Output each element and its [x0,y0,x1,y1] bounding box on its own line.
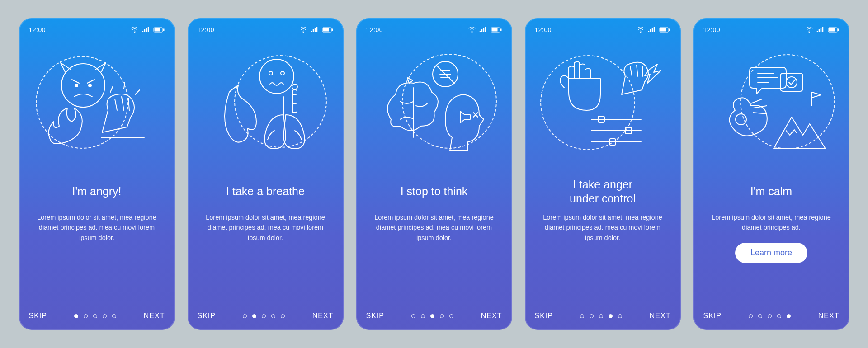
signal-icon [311,27,319,33]
svg-point-28 [809,32,810,33]
illustration-think [366,47,502,165]
page-dots [74,314,116,318]
onboarding-screen-2: 12:00 I take a breathe Lorem ipsum dolor… [188,18,344,330]
status-bar: 12:00 [29,26,165,33]
dot-5[interactable] [618,314,622,318]
skip-button[interactable]: SKIP [29,312,47,320]
skip-button[interactable]: SKIP [366,312,384,320]
svg-point-0 [134,32,135,33]
battery-icon [153,27,165,33]
dot-4[interactable] [777,314,781,318]
onboarding-screen-3: 12:00 I stop to think Lorem ipsum dolor … [356,18,512,330]
skip-button[interactable]: SKIP [703,312,722,320]
status-icons [805,27,840,33]
dot-3[interactable] [599,314,603,318]
svg-rect-19 [492,28,497,31]
page-dots [411,314,453,318]
dot-5[interactable] [787,314,791,318]
dot-4[interactable] [440,314,444,318]
dot-2[interactable] [758,314,762,318]
dot-1[interactable] [749,314,753,318]
dot-4[interactable] [609,314,613,318]
illustration-control [535,47,671,165]
status-bar: 12:00 [535,26,671,33]
onboarding-screen-4: 12:00 I take anger under control Lorem i… [525,18,681,330]
learn-more-button[interactable]: Learn more [735,243,807,263]
dot-3[interactable] [768,314,772,318]
svg-rect-10 [323,28,329,31]
wifi-icon [468,27,476,33]
svg-rect-30 [838,29,839,31]
nav-bar: SKIP NEXT [29,303,165,320]
status-bar: 12:00 [198,26,334,33]
onboarding-screen-1: 12:00 I'm angry! Lorem ipsum dolor sit a… [19,18,175,330]
status-bar: 12:00 [366,26,502,33]
nav-bar: SKIP NEXT [366,303,502,320]
dot-5[interactable] [112,314,116,318]
svg-point-7 [303,32,304,33]
screen-title: I'm calm [703,177,840,206]
svg-rect-18 [500,29,501,31]
page-dots [580,314,622,318]
dot-5[interactable] [449,314,453,318]
skip-button[interactable]: SKIP [535,312,553,320]
dot-1[interactable] [243,314,247,318]
illustration-calm [703,47,840,165]
screen-title: I stop to think [366,177,502,206]
dot-3[interactable] [430,314,434,318]
dot-2[interactable] [421,314,425,318]
battery-icon [322,27,334,33]
status-time: 12:00 [366,26,383,33]
status-time: 12:00 [703,26,721,33]
illustration-angry [29,47,165,165]
status-time: 12:00 [29,26,46,33]
screen-description: Lorem ipsum dolor sit amet, mea regione … [29,212,165,243]
svg-rect-23 [669,29,670,31]
battery-icon [659,27,671,33]
battery-icon [491,27,502,33]
dot-3[interactable] [93,314,97,318]
next-button[interactable]: NEXT [481,312,502,320]
dot-1[interactable] [74,314,78,318]
nav-bar: SKIP NEXT [535,303,671,320]
screen-description: Lorem ipsum dolor sit amet, mea regione … [535,212,671,243]
signal-icon [816,27,825,33]
next-button[interactable]: NEXT [818,312,840,320]
dot-1[interactable] [411,314,415,318]
nav-bar: SKIP NEXT [198,303,334,320]
svg-point-21 [640,32,641,33]
status-icons [468,27,502,33]
svg-rect-31 [829,28,835,31]
status-time: 12:00 [535,26,552,33]
status-time: 12:00 [198,26,215,33]
status-icons [131,27,165,33]
onboarding-screen-5: 12:00 I'm calm Lorem ipsum dolor sit ame… [693,18,849,330]
page-dots [243,314,285,318]
next-button[interactable]: NEXT [312,312,334,320]
dot-2[interactable] [590,314,594,318]
dot-4[interactable] [271,314,275,318]
wifi-icon [805,27,813,33]
dot-2[interactable] [252,314,256,318]
dot-4[interactable] [103,314,107,318]
svg-rect-9 [332,29,333,31]
screen-description: Lorem ipsum dolor sit amet, mea regione … [366,212,502,243]
svg-rect-2 [163,29,164,31]
dot-2[interactable] [84,314,88,318]
wifi-icon [299,27,307,33]
signal-icon [142,27,150,33]
skip-button[interactable]: SKIP [198,312,216,320]
dot-1[interactable] [580,314,584,318]
status-icons [299,27,334,33]
screen-description: Lorem ipsum dolor sit amet, mea regione … [198,212,334,243]
illustration-breathe [198,47,334,165]
svg-rect-3 [155,28,160,31]
dot-5[interactable] [281,314,285,318]
next-button[interactable]: NEXT [650,312,671,320]
dot-3[interactable] [262,314,266,318]
status-icons [637,27,671,33]
wifi-icon [131,27,139,33]
svg-rect-24 [660,28,666,31]
next-button[interactable]: NEXT [144,312,165,320]
wifi-icon [637,27,645,33]
